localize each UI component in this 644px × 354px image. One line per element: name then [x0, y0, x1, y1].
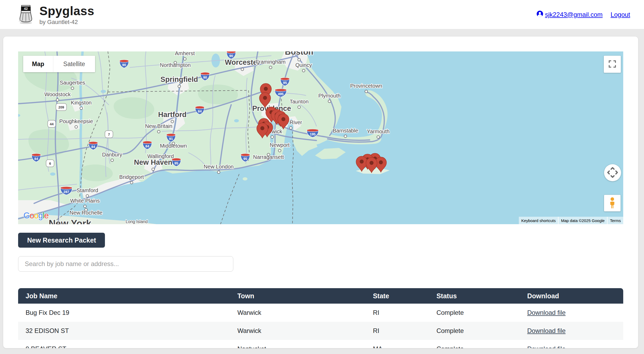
svg-text:84: 84 [198, 109, 202, 113]
table-row: 8 BEAVER STNantucketMACompleteDownload f… [18, 340, 623, 348]
col-download: Download [520, 288, 623, 304]
map-city-label: Quincy [295, 62, 312, 68]
map-city-dot [328, 100, 331, 103]
svg-text:90: 90 [203, 75, 207, 79]
map-city-label: Yarmouth [367, 128, 389, 134]
status-cell: Complete [429, 322, 520, 340]
town-cell: Nantucket [230, 340, 365, 348]
map-city-dot [178, 85, 181, 88]
job-name-cell: 32 EDISON ST [18, 322, 230, 340]
map-city-label: New York [49, 218, 92, 224]
map-city-label: Springfield [161, 75, 198, 83]
map-city-dot [184, 58, 186, 60]
map-city-label: Long Island [126, 219, 148, 224]
map-city-dot [269, 66, 272, 69]
map-city-label: Stamford [76, 187, 98, 193]
map-city-label: Danbury [102, 152, 122, 158]
map-city-label: White Plains [70, 198, 100, 204]
terms-link[interactable]: Terms [607, 217, 623, 224]
map-city-label: Barnstable [333, 128, 358, 134]
job-name-cell: Bug Fix Dec 19 [18, 304, 230, 322]
brand: 42 Spyglass by Gauntlet-42 [18, 4, 94, 26]
map-view-button[interactable]: Map [23, 56, 53, 72]
map-city-label: Kingston [71, 100, 92, 106]
us-route-shield-7: 7 [105, 131, 113, 138]
street-view-pegman-button[interactable] [604, 195, 621, 211]
svg-text:95: 95 [174, 161, 178, 165]
map-city-dot [130, 181, 133, 184]
map-city-dot [85, 208, 87, 211]
map-city-label: New Britain [145, 123, 172, 129]
map-city-dot [174, 61, 177, 64]
keyboard-shortcuts-link[interactable]: Keyboard shortcuts [519, 217, 558, 224]
status-cell: Complete [429, 304, 520, 322]
map-city-dot [290, 127, 292, 129]
satellite-view-button[interactable]: Satellite [53, 56, 95, 72]
google-logo[interactable]: Google [23, 211, 48, 220]
google-map[interactable]: 90909095495848484849195951952872094476 S… [18, 51, 623, 224]
svg-text:495: 495 [278, 92, 284, 96]
table-header-row: Job Name Town State Status Download [18, 288, 623, 304]
fullscreen-button[interactable] [604, 56, 621, 73]
svg-text:84: 84 [91, 145, 95, 149]
app-header: 42 Spyglass by Gauntlet-42 sjk2243@gmail… [0, 0, 644, 29]
user-icon [536, 10, 543, 19]
search-input[interactable] [18, 256, 233, 272]
map-city-dot [152, 168, 154, 171]
gauntlet-logo-icon: 42 [18, 4, 34, 26]
map-type-control: Map Satellite [23, 56, 95, 72]
svg-text:84: 84 [145, 144, 149, 148]
state-cell: MA [365, 340, 429, 348]
map-city-dot [84, 205, 86, 208]
svg-text:7: 7 [108, 132, 110, 136]
map-city-dot [71, 87, 74, 90]
map-city-label: Provincetown [350, 83, 382, 89]
pegman-icon [607, 197, 618, 210]
map-city-label: Hartford [158, 111, 187, 119]
map-city-label: Poughkeepsie [59, 118, 93, 124]
pan-control-button[interactable] [604, 164, 621, 181]
svg-text:90: 90 [122, 63, 126, 67]
map-city-dot [302, 69, 305, 72]
map-city-label: Woodstock [44, 91, 71, 97]
map-city-label: Plymouth [318, 93, 340, 99]
map-city-dot [86, 195, 89, 197]
map-attribution: Keyboard shortcuts Map data ©2025 Google… [519, 217, 623, 224]
map-city-dot [377, 136, 380, 138]
job-name-cell: 8 BEAVER ST [18, 340, 230, 348]
us-route-shield-6: 6 [46, 160, 54, 167]
download-link[interactable]: Download file [527, 309, 565, 316]
col-town: Town [230, 288, 365, 304]
svg-text:95: 95 [243, 157, 247, 161]
map-city-dot [365, 90, 368, 93]
col-job-name: Job Name [18, 288, 230, 304]
map-city-dot [344, 135, 347, 138]
map-city-dot [80, 107, 83, 110]
map-city-dot [217, 171, 220, 174]
map-city-label: Saugerties [60, 80, 85, 86]
download-link[interactable]: Download file [527, 345, 565, 348]
download-cell: Download file [520, 304, 623, 322]
status-cell: Complete [429, 340, 520, 348]
table-row: 32 EDISON STWarwickRICompleteDownload fi… [18, 322, 623, 340]
map-city-dot [267, 153, 270, 156]
map-city-label: Framingham [256, 59, 286, 65]
new-research-packet-button[interactable]: New Research Packet [18, 233, 105, 248]
map-city-label: Taunton [290, 99, 308, 104]
user-email-link[interactable]: sjk2243@gmail.com [536, 10, 602, 19]
us-route-shield-44: 44 [48, 120, 56, 127]
svg-text:195: 195 [310, 132, 316, 136]
download-link[interactable]: Download file [527, 327, 565, 334]
map-city-dot [241, 68, 244, 71]
logout-link[interactable]: Logout [611, 11, 630, 18]
svg-text:6: 6 [49, 162, 51, 166]
table-row: Bug Fix Dec 19WarwickRICompleteDownload … [18, 304, 623, 322]
map-city-dot [278, 149, 281, 152]
svg-text:84: 84 [34, 157, 38, 161]
svg-text:44: 44 [50, 122, 54, 126]
main-card: 90909095495848484849195951952872094476 S… [3, 37, 638, 348]
pan-arrows-icon [607, 167, 618, 179]
map-city-label: Newport [270, 142, 290, 148]
map-city-label: Amherst [175, 51, 195, 56]
town-cell: Warwick [230, 304, 365, 322]
